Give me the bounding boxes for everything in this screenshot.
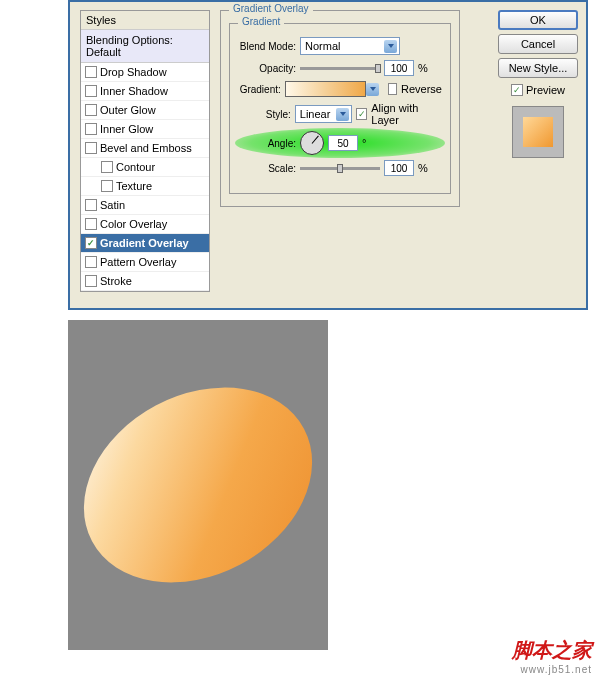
- scale-slider[interactable]: [300, 167, 380, 170]
- style-label: Bevel and Emboss: [100, 142, 192, 154]
- blend-mode-label: Blend Mode:: [238, 41, 296, 52]
- settings-title: Gradient Overlay: [229, 3, 313, 14]
- style-item-contour[interactable]: Contour: [81, 158, 209, 177]
- styles-list-panel: Styles Blending Options: Default Drop Sh…: [80, 10, 210, 292]
- scale-input[interactable]: [384, 160, 414, 176]
- style-checkbox[interactable]: [101, 180, 113, 192]
- style-item-stroke[interactable]: Stroke: [81, 272, 209, 291]
- ok-button[interactable]: OK: [498, 10, 578, 30]
- angle-label: Angle:: [238, 138, 296, 149]
- style-item-pattern-overlay[interactable]: Pattern Overlay: [81, 253, 209, 272]
- cancel-button[interactable]: Cancel: [498, 34, 578, 54]
- gradient-overlay-settings: Gradient Overlay Gradient Blend Mode: No…: [220, 10, 460, 180]
- reverse-label: Reverse: [401, 83, 442, 95]
- gradient-ellipse: [50, 349, 346, 621]
- styles-header: Styles: [81, 11, 209, 30]
- style-item-gradient-overlay[interactable]: ✓Gradient Overlay: [81, 234, 209, 253]
- opacity-suffix: %: [418, 62, 428, 74]
- style-item-outer-glow[interactable]: Outer Glow: [81, 101, 209, 120]
- style-item-satin[interactable]: Satin: [81, 196, 209, 215]
- opacity-label: Opacity:: [238, 63, 296, 74]
- style-item-drop-shadow[interactable]: Drop Shadow: [81, 63, 209, 82]
- style-label: Contour: [116, 161, 155, 173]
- opacity-input[interactable]: [384, 60, 414, 76]
- style-label: Pattern Overlay: [100, 256, 176, 268]
- style-item-inner-shadow[interactable]: Inner Shadow: [81, 82, 209, 101]
- preview-checkbox[interactable]: ✓: [511, 84, 523, 96]
- style-dropdown[interactable]: Linear: [295, 105, 352, 123]
- style-checkbox[interactable]: [85, 66, 97, 78]
- style-checkbox[interactable]: [85, 256, 97, 268]
- scale-label: Scale:: [238, 163, 296, 174]
- style-checkbox[interactable]: ✓: [85, 237, 97, 249]
- align-label: Align with Layer: [371, 102, 442, 126]
- layer-style-dialog: Styles Blending Options: Default Drop Sh…: [68, 0, 588, 310]
- opacity-slider[interactable]: [300, 67, 380, 70]
- watermark: 脚本之家 www.jb51.net: [512, 637, 592, 675]
- style-checkbox[interactable]: [85, 104, 97, 116]
- style-label: Texture: [116, 180, 152, 192]
- style-item-texture[interactable]: Texture: [81, 177, 209, 196]
- scale-suffix: %: [418, 162, 428, 174]
- style-item-bevel-and-emboss[interactable]: Bevel and Emboss: [81, 139, 209, 158]
- gradient-label: Gradient:: [238, 84, 281, 95]
- style-label: Inner Shadow: [100, 85, 168, 97]
- style-label: Inner Glow: [100, 123, 153, 135]
- new-style-button[interactable]: New Style...: [498, 58, 578, 78]
- style-label: Style:: [238, 109, 291, 120]
- style-checkbox[interactable]: [85, 85, 97, 97]
- style-label: Gradient Overlay: [100, 237, 189, 249]
- gradient-picker[interactable]: [285, 81, 367, 97]
- style-item-color-overlay[interactable]: Color Overlay: [81, 215, 209, 234]
- align-checkbox[interactable]: ✓: [356, 108, 367, 120]
- style-checkbox[interactable]: [85, 275, 97, 287]
- style-checkbox[interactable]: [101, 161, 113, 173]
- preview-swatch: [512, 106, 564, 158]
- angle-suffix: °: [362, 137, 366, 149]
- style-checkbox[interactable]: [85, 123, 97, 135]
- settings-subtitle: Gradient: [238, 16, 284, 27]
- style-checkbox[interactable]: [85, 142, 97, 154]
- style-label: Outer Glow: [100, 104, 156, 116]
- result-preview: [68, 320, 328, 650]
- blending-options-default[interactable]: Blending Options: Default: [81, 30, 209, 63]
- angle-dial[interactable]: [300, 131, 324, 155]
- style-checkbox[interactable]: [85, 199, 97, 211]
- reverse-checkbox[interactable]: [388, 83, 397, 95]
- style-label: Drop Shadow: [100, 66, 167, 78]
- style-label: Stroke: [100, 275, 132, 287]
- preview-label: Preview: [526, 84, 565, 96]
- style-checkbox[interactable]: [85, 218, 97, 230]
- dialog-buttons: OK Cancel New Style... ✓ Preview: [498, 10, 578, 164]
- style-label: Color Overlay: [100, 218, 167, 230]
- style-label: Satin: [100, 199, 125, 211]
- style-item-inner-glow[interactable]: Inner Glow: [81, 120, 209, 139]
- blend-mode-dropdown[interactable]: Normal: [300, 37, 400, 55]
- angle-input[interactable]: [328, 135, 358, 151]
